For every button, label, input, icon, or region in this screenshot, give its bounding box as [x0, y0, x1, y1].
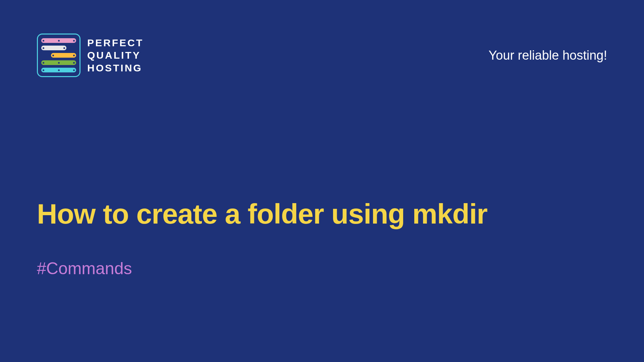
logo-bar: [51, 53, 76, 58]
logo-bar: [41, 60, 76, 65]
logo-text-line3: HOSTING: [87, 62, 144, 74]
logo-bar: [41, 38, 76, 43]
content: How to create a folder using mkdir #Comm…: [37, 198, 607, 278]
logo-container: PERFECT QUALITY HOSTING: [37, 34, 144, 77]
logo-icon: [37, 34, 80, 77]
page-title: How to create a folder using mkdir: [37, 198, 607, 230]
logo-bar: [41, 46, 66, 50]
logo-bar: [41, 68, 76, 72]
tagline: Your reliable hosting!: [488, 48, 607, 63]
logo-text-line2: QUALITY: [87, 49, 144, 62]
logo-text-line1: PERFECT: [87, 37, 144, 49]
header: PERFECT QUALITY HOSTING Your reliable ho…: [0, 0, 644, 77]
logo-text: PERFECT QUALITY HOSTING: [87, 37, 144, 74]
category-tag: #Commands: [37, 259, 607, 278]
